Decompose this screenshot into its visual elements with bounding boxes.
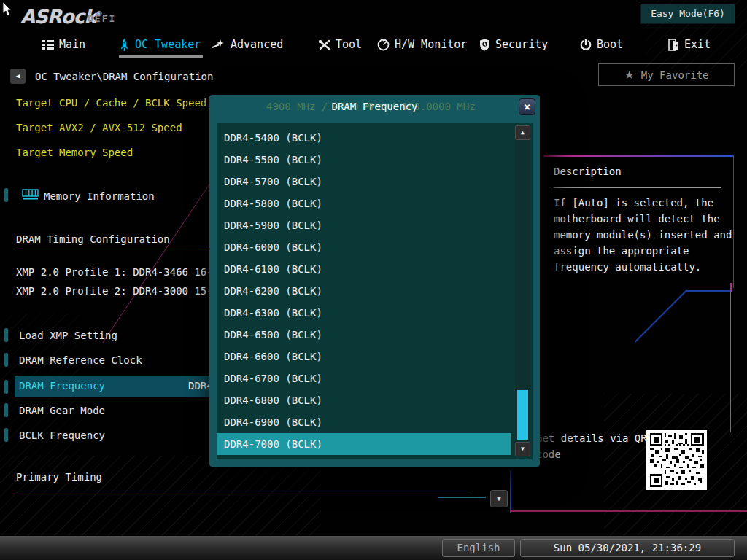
- power-icon: [580, 39, 592, 51]
- tab-boot[interactable]: Boot: [580, 38, 623, 51]
- tab-exit[interactable]: Exit: [668, 38, 711, 51]
- easy-mode-button[interactable]: Easy Mode(F6): [640, 4, 735, 24]
- row-marker: [4, 353, 8, 367]
- qr-caption-line2: code: [536, 448, 561, 460]
- status-bar: English Sun 05/30/2021, 21:36:29: [0, 536, 747, 560]
- option-ddr4-6300[interactable]: DDR4-6300 (BCLK): [217, 302, 511, 324]
- description-text-line: assign the appropriate: [554, 245, 689, 257]
- scroll-up-button[interactable]: ▲: [515, 125, 530, 140]
- memory-icon: [22, 188, 39, 201]
- section-dram-timing-configuration: DRAM Timing Configuration: [16, 233, 170, 245]
- option-list: DDR4-5400 (BCLK) DDR4-5500 (BCLK) DDR4-5…: [217, 122, 533, 459]
- dram-frequency-value: DDR4: [188, 380, 209, 392]
- rocket-icon: [119, 39, 130, 51]
- tab-label: Advanced: [231, 38, 283, 51]
- option-ddr4-6100[interactable]: DDR4-6100 (BCLK): [217, 258, 511, 280]
- star-wand-icon: [212, 39, 225, 50]
- gauge-icon: [377, 39, 390, 51]
- dram-frequency-dialog: 4900 MHz / 4100 MHz / 100.0000 MHz DRAM …: [209, 95, 540, 467]
- uefi-logo-text: UEFI: [88, 13, 116, 24]
- breadcrumb: OC Tweaker\DRAM Configuration: [35, 71, 213, 82]
- my-favorite-button[interactable]: ★ My Favorite: [598, 63, 735, 86]
- scrollbar-thumb[interactable]: [517, 390, 528, 440]
- dialog-header: 4900 MHz / 4100 MHz / 100.0000 MHz DRAM …: [209, 95, 540, 119]
- description-text-line: motherboard will detect the: [554, 213, 720, 225]
- target-avx2-avx512-speed: Target AVX2 / AVX-512 Speed: [16, 122, 182, 133]
- description-text-line: memory module(s) inserted and: [554, 229, 732, 241]
- option-ddr4-5900[interactable]: DDR4-5900 (BCLK): [217, 214, 511, 236]
- tab-hw-monitor[interactable]: H/W Monitor: [377, 38, 467, 51]
- back-button[interactable]: ◀: [10, 69, 26, 84]
- target-cpu-cache-bclk-speed: Target CPU / Cache / BCLK Speed: [16, 97, 206, 109]
- description-title: Description: [554, 166, 622, 177]
- tab-label: Security: [495, 38, 548, 51]
- option-ddr4-6700[interactable]: DDR4-6700 (BCLK): [217, 368, 511, 389]
- hatch-decoration-bottom-left: [0, 456, 321, 536]
- shield-icon: [479, 39, 490, 51]
- tab-label: OC Tweaker: [135, 38, 201, 51]
- xmp-profile-2: XMP 2.0 Profile 2: DDR4-3000 15-1: [16, 285, 219, 297]
- tab-tool[interactable]: Tool: [318, 38, 362, 51]
- option-ddr4-6000[interactable]: DDR4-6000 (BCLK): [217, 236, 511, 258]
- page-scroll-down-button[interactable]: ▼: [490, 490, 508, 508]
- dram-frequency-label: DRAM Frequency: [19, 380, 105, 392]
- menu-item-dram-gear-mode[interactable]: DRAM Gear Mode: [19, 405, 105, 416]
- option-ddr4-6500[interactable]: DDR4-6500 (BCLK): [217, 324, 511, 346]
- option-ddr4-6800[interactable]: DDR4-6800 (BCLK): [217, 389, 511, 411]
- tab-label: Exit: [684, 38, 711, 51]
- scrollbar-track-segment: [438, 497, 486, 498]
- row-marker: [4, 428, 8, 442]
- circuit-line-blue-vertical: [510, 470, 511, 513]
- option-ddr4-6600[interactable]: DDR4-6600 (BCLK): [217, 346, 511, 368]
- datetime-display[interactable]: Sun 05/30/2021, 21:36:29: [520, 539, 735, 557]
- tab-label: Main: [59, 38, 85, 51]
- dialog-scrollbar[interactable]: ▲ ▼: [515, 125, 530, 456]
- description-text-line: frequency automatically.: [554, 261, 701, 273]
- target-memory-speed: Target Memory Speed: [16, 147, 133, 158]
- section-primary-timing: Primary Timing: [16, 471, 102, 483]
- row-marker: [4, 380, 8, 394]
- tab-advanced[interactable]: Advanced: [212, 38, 283, 51]
- tab-main[interactable]: Main: [42, 38, 85, 51]
- star-icon: ★: [624, 68, 634, 82]
- menu-item-bclk-frequency[interactable]: BCLK Frequency: [19, 429, 105, 441]
- language-button[interactable]: English: [442, 539, 515, 557]
- close-icon[interactable]: ×: [519, 98, 535, 115]
- option-ddr4-6200[interactable]: DDR4-6200 (BCLK): [217, 280, 511, 302]
- tab-oc-tweaker[interactable]: OC Tweaker: [119, 38, 201, 51]
- dialog-title: DRAM Frequency: [209, 101, 540, 112]
- tab-label: Tool: [336, 38, 362, 51]
- menu-item-dram-reference-clock[interactable]: DRAM Reference Clock: [19, 354, 142, 366]
- menu-item-dram-frequency[interactable]: DRAM Frequency DDR4: [15, 376, 209, 397]
- active-tab-underline: [119, 55, 203, 58]
- scroll-down-button[interactable]: ▼: [515, 442, 530, 456]
- option-ddr4-5800[interactable]: DDR4-5800 (BCLK): [217, 192, 511, 214]
- circuit-line-gray-vertical: [730, 290, 731, 432]
- option-ddr4-6900[interactable]: DDR4-6900 (BCLK): [217, 411, 511, 433]
- option-ddr4-5700[interactable]: DDR4-5700 (BCLK): [217, 171, 511, 192]
- tab-label: H/W Monitor: [395, 38, 467, 51]
- xmp-profile-1: XMP 2.0 Profile 1: DDR4-3466 16-1: [16, 266, 219, 278]
- row-marker: [4, 403, 8, 417]
- option-ddr4-5500[interactable]: DDR4-5500 (BCLK): [217, 149, 511, 171]
- qr-code: [646, 430, 707, 490]
- description-divider: [554, 187, 721, 188]
- tab-label: Boot: [597, 38, 623, 51]
- list-icon: [42, 39, 54, 50]
- circuit-line-blue-diagonal: [635, 289, 687, 342]
- uefi-screen: ASRock® UEFI Easy Mode(F6) Main OC Tweak…: [0, 0, 747, 560]
- panel-border-gradient: [543, 155, 733, 157]
- exit-door-icon: [668, 39, 679, 51]
- circuit-line-blue-horizontal: [686, 290, 731, 292]
- tab-security[interactable]: Security: [479, 38, 548, 51]
- menu-item-memory-information[interactable]: Memory Information: [44, 190, 155, 202]
- menu-item-load-xmp-setting[interactable]: Load XMP Setting: [19, 330, 117, 341]
- row-marker: [4, 188, 8, 202]
- option-ddr4-5400[interactable]: DDR4-5400 (BCLK): [217, 127, 511, 149]
- row-marker: [4, 328, 8, 342]
- option-ddr4-7000-selected[interactable]: DDR4-7000 (BCLK): [217, 433, 511, 455]
- my-favorite-label: My Favorite: [641, 69, 709, 81]
- section-divider: [16, 494, 468, 494]
- circuit-line-pink-horizontal: [510, 510, 747, 512]
- description-text-line: If [Auto] is selected, the: [554, 197, 713, 209]
